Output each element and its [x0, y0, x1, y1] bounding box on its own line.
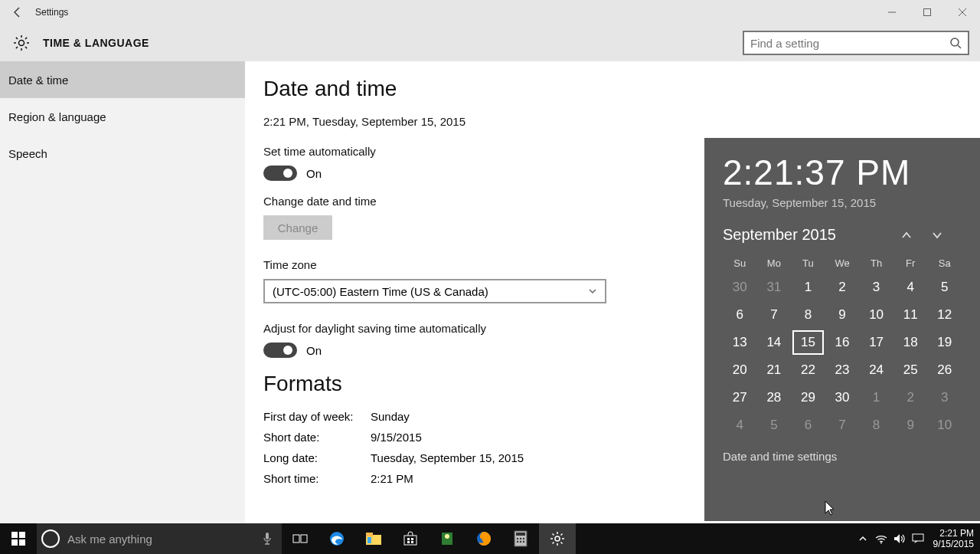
tray-clock-time: 2:21 PM: [933, 528, 974, 539]
calendar-day[interactable]: 5: [757, 411, 792, 439]
calendar-day[interactable]: 4: [893, 274, 928, 301]
taskbar-app-firefox[interactable]: [466, 523, 502, 554]
dst-state: On: [306, 344, 322, 357]
svg-rect-18: [411, 538, 413, 540]
calendar-day[interactable]: 3: [859, 274, 893, 301]
maximize-button[interactable]: [910, 0, 945, 25]
calendar-day[interactable]: 19: [927, 329, 962, 356]
svg-rect-34: [913, 534, 923, 541]
format-key: Long date:: [263, 451, 371, 464]
format-value: Tuesday, September 15, 2015: [371, 451, 524, 464]
search-box[interactable]: [743, 31, 969, 55]
calendar-day[interactable]: 8: [859, 411, 893, 439]
calendar-day[interactable]: 29: [791, 384, 825, 411]
calendar-day[interactable]: 5: [927, 274, 962, 301]
calendar-day[interactable]: 23: [825, 356, 860, 384]
sidebar-item-label: Date & time: [8, 74, 68, 87]
tray-action-center-icon[interactable]: [909, 523, 927, 554]
tray-network-icon[interactable]: [872, 523, 890, 554]
taskbar-app-explorer[interactable]: [355, 523, 392, 554]
calendar-day[interactable]: 31: [757, 274, 792, 301]
flyout-month[interactable]: September 2015: [723, 226, 900, 244]
date-time-settings-link[interactable]: Date and time settings: [723, 450, 837, 463]
change-button: Change: [263, 215, 332, 240]
flyout-date: Tuesday, September 15, 2015: [723, 196, 962, 209]
calendar-day[interactable]: 30: [825, 384, 860, 411]
sidebar-item-region-language[interactable]: Region & language: [0, 98, 245, 135]
sidebar-item-date-time[interactable]: Date & time: [0, 61, 245, 98]
search-input[interactable]: [750, 37, 949, 50]
calendar-day[interactable]: 15: [791, 329, 825, 356]
calendar-day[interactable]: 7: [757, 301, 792, 329]
svg-line-4: [958, 45, 961, 48]
tray-clock[interactable]: 2:21 PM 9/15/2015: [927, 528, 980, 549]
calendar-day[interactable]: 25: [893, 356, 928, 384]
calendar-day[interactable]: 1: [859, 384, 893, 411]
timezone-select[interactable]: (UTC-05:00) Eastern Time (US & Canada): [263, 279, 606, 303]
search-icon: [949, 37, 962, 49]
cortana-search[interactable]: Ask me anything: [37, 523, 282, 554]
calendar-day[interactable]: 6: [723, 301, 757, 329]
calendar: SuMoTuWeThFrSa 3031123456789101112131415…: [723, 253, 962, 439]
calendar-day[interactable]: 17: [859, 329, 893, 356]
sidebar-item-speech[interactable]: Speech: [0, 135, 245, 172]
calendar-day[interactable]: 7: [825, 411, 860, 439]
timezone-value: (UTC-05:00) Eastern Time (US & Canada): [273, 285, 488, 298]
calendar-day[interactable]: 8: [791, 301, 825, 329]
calendar-day[interactable]: 9: [825, 301, 860, 329]
svg-rect-9: [266, 533, 269, 539]
dst-toggle[interactable]: [263, 343, 297, 358]
calendar-day[interactable]: 22: [791, 356, 825, 384]
auto-time-toggle[interactable]: [263, 166, 297, 181]
gear-icon: [11, 32, 32, 54]
taskbar-app-settings[interactable]: [539, 523, 576, 554]
tray-overflow-icon[interactable]: [854, 523, 872, 554]
svg-point-33: [880, 543, 882, 544]
svg-rect-10: [293, 535, 299, 543]
calendar-day[interactable]: 13: [723, 329, 757, 356]
taskbar-app-edge[interactable]: [318, 523, 355, 554]
calendar-day[interactable]: 21: [757, 356, 792, 384]
calendar-day[interactable]: 16: [825, 329, 860, 356]
month-prev-button[interactable]: [900, 229, 931, 241]
svg-rect-8: [19, 539, 25, 546]
month-next-button[interactable]: [931, 229, 962, 241]
calendar-day[interactable]: 10: [927, 411, 962, 439]
microphone-icon[interactable]: [262, 532, 273, 546]
sidebar-item-label: Speech: [8, 147, 47, 160]
start-button[interactable]: [0, 523, 37, 554]
taskbar-app-store[interactable]: [392, 523, 429, 554]
calendar-day[interactable]: 30: [723, 274, 757, 301]
calendar-day[interactable]: 11: [893, 301, 928, 329]
calendar-day[interactable]: 18: [893, 329, 928, 356]
calendar-day[interactable]: 28: [757, 384, 792, 411]
task-view-button[interactable]: [282, 523, 318, 554]
calendar-day[interactable]: 10: [859, 301, 893, 329]
calendar-day[interactable]: 26: [927, 356, 962, 384]
taskbar-app-generic1[interactable]: [429, 523, 466, 554]
calendar-day[interactable]: 4: [723, 411, 757, 439]
calendar-day[interactable]: 24: [859, 356, 893, 384]
svg-point-2: [19, 41, 24, 46]
calendar-day[interactable]: 3: [927, 384, 962, 411]
page-title: TIME & LANGUAGE: [43, 37, 149, 49]
calendar-day[interactable]: 12: [927, 301, 962, 329]
calendar-day[interactable]: 1: [791, 274, 825, 301]
svg-rect-1: [924, 9, 931, 16]
calendar-day[interactable]: 2: [893, 384, 928, 411]
tray-volume-icon[interactable]: [890, 523, 909, 554]
calendar-day[interactable]: 6: [791, 411, 825, 439]
back-button[interactable]: [0, 0, 35, 25]
calendar-day[interactable]: 2: [825, 274, 860, 301]
section-heading: Date and time: [263, 77, 980, 101]
minimize-button[interactable]: [874, 0, 910, 25]
taskbar-app-calculator[interactable]: [502, 523, 539, 554]
svg-rect-17: [407, 538, 410, 540]
calendar-day[interactable]: 20: [723, 356, 757, 384]
calendar-dow: Mo: [757, 253, 792, 274]
calendar-day[interactable]: 27: [723, 384, 757, 411]
calendar-day[interactable]: 14: [757, 329, 792, 356]
calendar-day[interactable]: 9: [893, 411, 928, 439]
close-button[interactable]: [945, 0, 980, 25]
svg-point-30: [520, 541, 521, 543]
